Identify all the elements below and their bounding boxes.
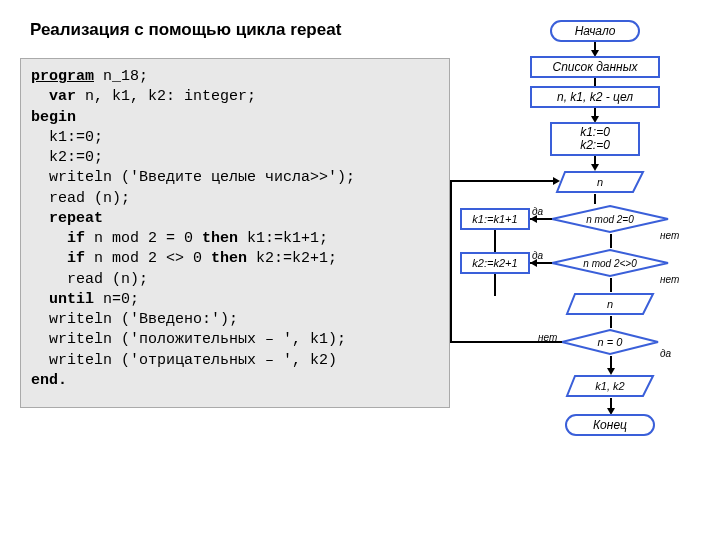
connector xyxy=(610,316,612,328)
connector xyxy=(610,278,612,292)
fc-text: n xyxy=(555,176,645,188)
connector xyxy=(610,234,612,248)
kw-begin: begin xyxy=(31,109,76,126)
fc-cond1: n mod 2=0 xyxy=(550,204,670,238)
label-no: нет xyxy=(660,274,679,285)
code-text: k1:=k1+1; xyxy=(238,230,328,247)
code-text: n_18; xyxy=(94,68,148,85)
code-text: writeln ('Введите целые числа>>'); xyxy=(31,169,355,186)
fc-text: n mod 2=0 xyxy=(550,214,670,225)
fc-start: Начало xyxy=(550,20,640,42)
connector xyxy=(594,78,596,86)
fc-text: n xyxy=(565,298,655,310)
connector xyxy=(494,230,496,252)
label-yes: да xyxy=(660,348,671,359)
kw-if: if xyxy=(31,230,85,247)
code-text: writeln ('отрицательных – ', k2) xyxy=(31,352,337,369)
code-text: writeln ('Введено:'); xyxy=(31,311,238,328)
kw-var: var xyxy=(31,88,76,105)
code-text: n mod 2 <> 0 xyxy=(85,250,211,267)
code-listing: program n_18; var n, k1, k2: integer; be… xyxy=(20,58,450,408)
kw-end: end. xyxy=(31,372,67,389)
flowchart: Начало Список данных n, k1, k2 - цел k1:… xyxy=(460,10,720,540)
code-text: writeln ('положительных – ', k1); xyxy=(31,331,346,348)
label-no: нет xyxy=(660,230,679,241)
kw-until: until xyxy=(31,291,94,308)
fc-assign1: k1:=k1+1 xyxy=(460,208,530,230)
connector xyxy=(450,341,562,343)
code-text: k2:=0; xyxy=(31,149,103,166)
fc-assign2: k2:=k2+1 xyxy=(460,252,530,274)
kw-then: then xyxy=(211,250,247,267)
fc-text: k2:=0 xyxy=(580,139,610,152)
code-text: n, k1, k2: integer; xyxy=(76,88,256,105)
connector xyxy=(594,194,596,204)
kw-program: program xyxy=(31,68,94,85)
fc-text: n mod 2<>0 xyxy=(550,258,670,269)
fc-end: Конец xyxy=(565,414,655,436)
arrow-icon xyxy=(553,177,560,185)
code-text: n=0; xyxy=(94,291,139,308)
code-text: k1:=0; xyxy=(31,129,103,146)
kw-repeat: repeat xyxy=(31,210,103,227)
fc-text: k1, k2 xyxy=(565,380,655,392)
code-text: n mod 2 = 0 xyxy=(85,230,202,247)
arrow-icon xyxy=(530,215,537,223)
fc-data-list: Список данных xyxy=(530,56,660,78)
fc-text: n = 0 xyxy=(560,336,660,348)
code-text: read (n); xyxy=(31,190,130,207)
connector xyxy=(450,180,555,182)
kw-then: then xyxy=(202,230,238,247)
fc-read-n: n xyxy=(555,170,645,198)
connector xyxy=(450,180,452,343)
fc-vars: n, k1, k2 - цел xyxy=(530,86,660,108)
fc-init: k1:=0 k2:=0 xyxy=(550,122,640,156)
connector xyxy=(494,274,496,296)
fc-cond2: n mod 2<>0 xyxy=(550,248,670,282)
code-text: read (n); xyxy=(31,271,148,288)
kw-if: if xyxy=(31,250,85,267)
code-text: k2:=k2+1; xyxy=(247,250,337,267)
page-title: Реализация с помощью цикла repeat xyxy=(30,20,430,40)
arrow-icon xyxy=(530,259,537,267)
